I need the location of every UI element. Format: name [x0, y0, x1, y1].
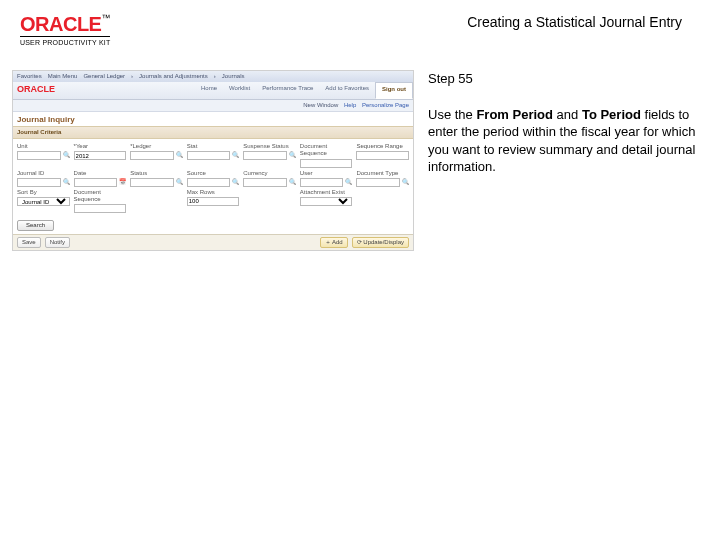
- product-line: USER PRODUCTIVITY KIT: [20, 36, 110, 46]
- user-field[interactable]: [300, 178, 344, 187]
- instr-mid: and: [553, 107, 582, 122]
- lookup-icon[interactable]: 🔍: [176, 152, 183, 159]
- tab-home[interactable]: Home: [195, 82, 223, 99]
- section-bar: Journal Criteria: [13, 126, 413, 139]
- suspense-field[interactable]: [243, 151, 287, 160]
- doc-title: Creating a Statistical Journal Entry: [467, 14, 700, 30]
- lbl-currency: Currency: [243, 170, 296, 177]
- crumb-favorites[interactable]: Favorites: [17, 73, 42, 80]
- save-button[interactable]: Save: [17, 237, 41, 248]
- lbl-date: Date: [74, 170, 127, 177]
- bottom-bar: Save Notify ＋ Add ⟳ Update/Display: [13, 234, 413, 250]
- currency-field[interactable]: [243, 178, 287, 187]
- criteria-grid: Unit🔍 *Year *Ledger🔍 Stat🔍 Suspense Stat…: [13, 139, 413, 217]
- lookup-icon[interactable]: 🔍: [63, 152, 70, 159]
- personalize-link[interactable]: Personalize Page: [362, 102, 409, 108]
- unit-field[interactable]: [17, 151, 61, 160]
- update-button[interactable]: ⟳ Update/Display: [352, 237, 409, 248]
- breadcrumb: Favorites Main Menu General Ledger › Jou…: [13, 71, 413, 82]
- status-field[interactable]: [130, 178, 174, 187]
- add-button[interactable]: ＋ Add: [320, 237, 348, 248]
- lbl-docseq2: Document Sequence: [74, 189, 127, 203]
- app-oracle-logo: ORACLE: [13, 82, 59, 99]
- date-field[interactable]: [74, 178, 118, 187]
- brand-text: ORACLE: [20, 13, 101, 35]
- lbl-jid: Journal ID: [17, 170, 70, 177]
- step-label: Step 55: [428, 70, 700, 88]
- lookup-icon[interactable]: 🔍: [63, 179, 70, 186]
- lookup-icon[interactable]: 🔍: [345, 179, 352, 186]
- lbl-seqrange: Sequence Range: [356, 143, 409, 150]
- lookup-icon[interactable]: 🔍: [176, 179, 183, 186]
- plus-icon: ＋: [325, 239, 331, 245]
- new-window[interactable]: New Window: [303, 102, 338, 108]
- attach-select[interactable]: [300, 197, 353, 206]
- lbl-ledger: *Ledger: [130, 143, 183, 150]
- doctype-field[interactable]: [356, 178, 400, 187]
- user-bar: New Window Help Personalize Page: [13, 100, 413, 112]
- lookup-icon[interactable]: 🔍: [289, 179, 296, 186]
- maxrows-field[interactable]: [187, 197, 240, 206]
- refresh-icon: ⟳: [357, 239, 362, 245]
- brand-tm: ™: [101, 13, 110, 23]
- lbl-susp: Suspense Status: [243, 143, 296, 150]
- year-field[interactable]: [74, 151, 127, 160]
- lbl-sort: Sort By: [17, 189, 70, 196]
- page-title: Journal Inquiry: [13, 112, 413, 126]
- oracle-logo: ORACLE™: [20, 14, 110, 34]
- notify-button[interactable]: Notify: [45, 237, 70, 248]
- lookup-icon[interactable]: 🔍: [232, 152, 239, 159]
- ledger-field[interactable]: [130, 151, 174, 160]
- lbl-status: Status: [130, 170, 183, 177]
- instr-pre: Use the: [428, 107, 476, 122]
- app-screenshot: Favorites Main Menu General Ledger › Jou…: [12, 70, 414, 251]
- lbl-docseq: Document Sequence: [300, 143, 353, 157]
- tab-perf[interactable]: Performance Trace: [256, 82, 319, 99]
- crumb-main[interactable]: Main Menu: [48, 73, 78, 80]
- crumb-journals[interactable]: Journals: [222, 73, 245, 80]
- lbl-user: User: [300, 170, 353, 177]
- docseq2-field[interactable]: [74, 204, 127, 213]
- lookup-icon[interactable]: 🔍: [289, 152, 296, 159]
- tab-worklist[interactable]: Worklist: [223, 82, 256, 99]
- add-label: Add: [332, 239, 343, 245]
- lbl-source: Source: [187, 170, 240, 177]
- page-header: ORACLE™ USER PRODUCTIVITY KIT Creating a…: [0, 0, 720, 50]
- instruction-text: Use the From Period and To Period fields…: [428, 106, 700, 176]
- instr-from-period: From Period: [476, 107, 553, 122]
- brand-block: ORACLE™ USER PRODUCTIVITY KIT: [20, 14, 110, 46]
- instruction-panel: Step 55 Use the From Period and To Perio…: [428, 70, 700, 251]
- lbl-unit: Unit: [17, 143, 70, 150]
- docseq-field[interactable]: [300, 159, 353, 168]
- lbl-stat: Stat: [187, 143, 240, 150]
- help-link[interactable]: Help: [344, 102, 356, 108]
- journalid-field[interactable]: [17, 178, 61, 187]
- tab-signout[interactable]: Sign out: [375, 82, 413, 99]
- seqrange-field[interactable]: [356, 151, 409, 160]
- lookup-icon[interactable]: 🔍: [232, 179, 239, 186]
- tab-fav[interactable]: Add to Favorites: [319, 82, 375, 99]
- sortby-select[interactable]: Journal ID: [17, 197, 70, 206]
- source-field[interactable]: [187, 178, 231, 187]
- update-label: Update/Display: [363, 239, 404, 245]
- stat-field[interactable]: [187, 151, 231, 160]
- crumb-gl[interactable]: General Ledger: [83, 73, 125, 80]
- instr-to-period: To Period: [582, 107, 641, 122]
- app-nav: ORACLE Home Worklist Performance Trace A…: [13, 82, 413, 100]
- lbl-maxrows: Max Rows: [187, 189, 240, 196]
- lbl-year: *Year: [74, 143, 127, 150]
- calendar-icon[interactable]: 📅: [119, 179, 126, 186]
- lbl-doctype: Document Type: [356, 170, 409, 177]
- search-button[interactable]: Search: [17, 220, 54, 231]
- lbl-attach: Attachment Exist: [300, 189, 353, 196]
- lookup-icon[interactable]: 🔍: [402, 179, 409, 186]
- crumb-journals-adj[interactable]: Journals and Adjustments: [139, 73, 208, 80]
